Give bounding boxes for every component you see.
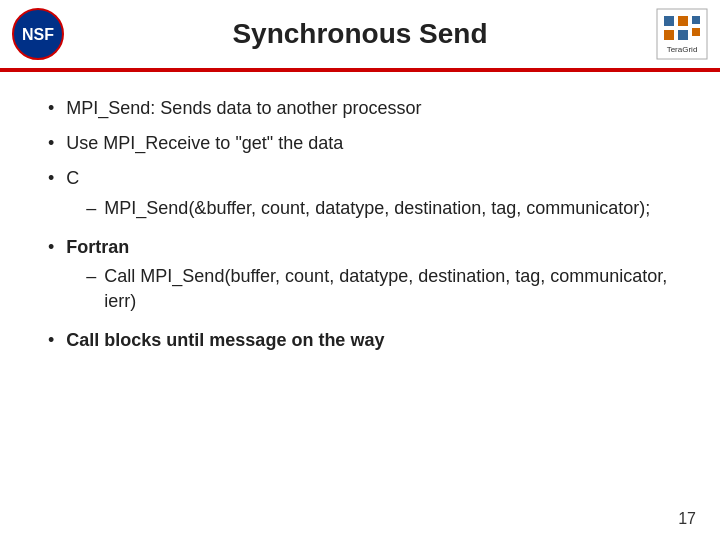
bullet-with-sub: C – MPI_Send(&buffer, count, datatype, d…: [66, 166, 650, 224]
bullet-text: MPI_Send: Sends data to another processo…: [66, 96, 421, 121]
bullet-with-sub: Fortran – Call MPI_Send(buffer, count, d…: [66, 235, 672, 319]
content-area: • MPI_Send: Sends data to another proces…: [0, 72, 720, 384]
svg-rect-8: [692, 28, 700, 36]
svg-rect-3: [664, 16, 674, 26]
header: NSF Synchronous Send TeraGrid: [0, 0, 720, 68]
list-item: • Use MPI_Receive to "get" the data: [48, 131, 672, 156]
bullet-icon: •: [48, 131, 54, 156]
svg-rect-7: [692, 16, 700, 24]
bullet-icon: •: [48, 166, 54, 191]
sub-text: Call MPI_Send(buffer, count, datatype, d…: [104, 264, 672, 314]
bullet-text: Call blocks until message on the way: [66, 328, 384, 353]
bullet-list: • MPI_Send: Sends data to another proces…: [48, 96, 672, 354]
svg-rect-4: [678, 16, 688, 26]
sub-list: – MPI_Send(&buffer, count, datatype, des…: [86, 196, 650, 221]
bullet-icon: •: [48, 235, 54, 260]
sub-list-item: – Call MPI_Send(buffer, count, datatype,…: [86, 264, 672, 314]
slide: NSF Synchronous Send TeraGrid: [0, 0, 720, 540]
nsf-logo: NSF: [12, 8, 64, 60]
bullet-text: Fortran: [66, 237, 129, 257]
list-item: • C – MPI_Send(&buffer, count, datatype,…: [48, 166, 672, 224]
list-item: • Call blocks until message on the way: [48, 328, 672, 353]
teragrid-logo: TeraGrid: [656, 8, 708, 60]
sub-list: – Call MPI_Send(buffer, count, datatype,…: [86, 264, 672, 314]
svg-rect-6: [678, 30, 688, 40]
list-item: • MPI_Send: Sends data to another proces…: [48, 96, 672, 121]
dash-icon: –: [86, 196, 96, 221]
bullet-icon: •: [48, 96, 54, 121]
page-number: 17: [678, 510, 696, 528]
dash-icon: –: [86, 264, 96, 289]
svg-rect-5: [664, 30, 674, 40]
sub-list-item: – MPI_Send(&buffer, count, datatype, des…: [86, 196, 650, 221]
bullet-text: C: [66, 168, 79, 188]
svg-text:TeraGrid: TeraGrid: [667, 45, 698, 54]
slide-title: Synchronous Send: [232, 18, 487, 50]
svg-text:NSF: NSF: [22, 26, 54, 43]
bullet-text: Use MPI_Receive to "get" the data: [66, 131, 343, 156]
list-item: • Fortran – Call MPI_Send(buffer, count,…: [48, 235, 672, 319]
sub-text: MPI_Send(&buffer, count, datatype, desti…: [104, 196, 650, 221]
bullet-icon: •: [48, 328, 54, 353]
